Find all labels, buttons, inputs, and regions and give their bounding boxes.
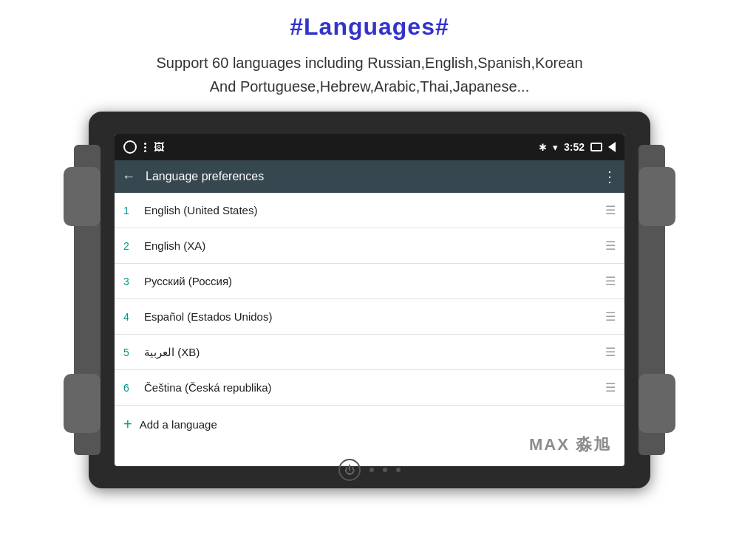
watermark: MAX 淼旭	[529, 434, 611, 443]
drag-handle-icon-3[interactable]: ☰	[605, 274, 616, 288]
lang-name-3: Русский (Россия)	[144, 275, 605, 287]
status-time: 3:52	[564, 141, 585, 153]
device-wrapper: 🖼 ✱ ▾ 3:52 ← Language preferences ⋮	[0, 112, 739, 488]
lang-number-2: 2	[123, 240, 140, 252]
page-header: #Languages# Support 60 languages includi…	[0, 0, 739, 104]
add-language-label: Add a language	[140, 418, 217, 431]
add-language-row[interactable]: + Add a language MAX 淼旭	[115, 406, 624, 443]
back-nav-icon	[608, 142, 616, 152]
dot-indicator-3	[396, 468, 401, 472]
dot-indicator-2	[383, 468, 387, 472]
menu-dots-icon	[144, 143, 146, 152]
circle-icon	[123, 140, 137, 154]
status-bar-left: 🖼	[123, 140, 539, 154]
lang-number-3: 3	[123, 276, 140, 287]
device-bottom-controls: ⏻	[338, 459, 401, 481]
bluetooth-icon: ✱	[539, 142, 547, 153]
left-bracket-ear-top	[64, 167, 101, 226]
list-item[interactable]: 2 English (XA) ☰	[115, 228, 624, 264]
drag-handle-icon-6[interactable]: ☰	[605, 380, 616, 395]
recent-apps-icon	[590, 143, 602, 151]
lang-name-2: English (XA)	[144, 239, 605, 252]
power-button[interactable]: ⏻	[338, 459, 361, 481]
right-bracket-ear-bottom	[638, 374, 675, 433]
status-bar-right: ✱ ▾ 3:52	[539, 141, 616, 153]
list-item[interactable]: 1 English (United States) ☰	[115, 193, 624, 228]
dot-indicator-1	[370, 468, 374, 472]
right-bracket	[638, 145, 665, 455]
car-display-device: 🖼 ✱ ▾ 3:52 ← Language preferences ⋮	[89, 112, 650, 488]
app-bar: ← Language preferences ⋮	[115, 160, 624, 193]
status-bar: 🖼 ✱ ▾ 3:52	[115, 134, 624, 160]
list-item[interactable]: 6 Čeština (Česká republika) ☰	[115, 370, 624, 406]
right-bracket-ear-top	[638, 167, 675, 226]
left-bracket	[74, 145, 101, 455]
drag-handle-icon-1[interactable]: ☰	[605, 203, 616, 217]
lang-name-6: Čeština (Česká republika)	[144, 381, 605, 394]
drag-handle-icon-4[interactable]: ☰	[605, 310, 616, 324]
lang-number-6: 6	[123, 382, 140, 394]
drag-handle-icon-2[interactable]: ☰	[605, 239, 616, 253]
overflow-menu-button[interactable]: ⋮	[602, 168, 617, 185]
drag-handle-icon-5[interactable]: ☰	[605, 345, 616, 359]
lang-name-5: العربية (XB)	[144, 346, 605, 359]
image-icon: 🖼	[154, 141, 164, 153]
wifi-icon: ▾	[553, 142, 558, 153]
lang-number-5: 5	[123, 346, 140, 358]
app-bar-title: Language preferences	[146, 170, 602, 183]
lang-name-4: Español (Estados Unidos)	[144, 310, 605, 323]
list-item[interactable]: 3 Русский (Россия) ☰	[115, 264, 624, 299]
back-button[interactable]: ←	[122, 169, 135, 185]
lang-name-1: English (United States)	[144, 204, 605, 216]
subtitle-line2: And Portuguese,Hebrew,Arabic,Thai,Japane…	[30, 75, 709, 98]
page-title: #Languages#	[30, 13, 709, 41]
page-subtitle: Support 60 languages including Russian,E…	[30, 51, 709, 98]
subtitle-line1: Support 60 languages including Russian,E…	[30, 51, 709, 75]
left-bracket-ear-bottom	[64, 374, 101, 433]
list-item[interactable]: 5 العربية (XB) ☰	[115, 335, 624, 370]
add-icon: +	[123, 416, 132, 433]
language-list: 1 English (United States) ☰ 2 English (X…	[115, 193, 624, 443]
screen: 🖼 ✱ ▾ 3:52 ← Language preferences ⋮	[115, 134, 624, 466]
lang-number-4: 4	[123, 311, 140, 323]
lang-number-1: 1	[123, 205, 140, 216]
list-item[interactable]: 4 Español (Estados Unidos) ☰	[115, 299, 624, 335]
